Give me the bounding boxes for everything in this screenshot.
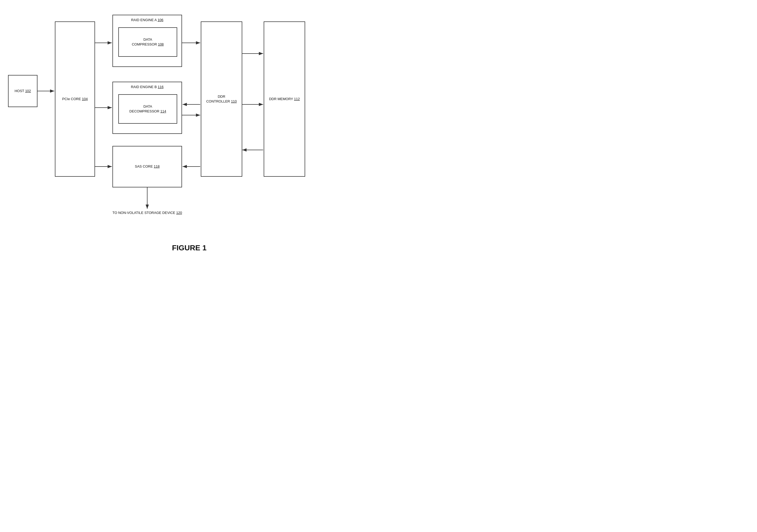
data-compressor-label: DATACOMPRESSOR 108 xyxy=(132,37,164,47)
pcie-core-box: PCIe CORE 104 xyxy=(55,21,95,177)
raid-engine-b-label: RAID ENGINE B 116 xyxy=(131,85,164,89)
ddr-memory-label: DDR MEMORY 112 xyxy=(269,97,300,102)
raid-engine-b-box: RAID ENGINE B 116 DATADECOMPRESSOR 114 xyxy=(112,82,182,134)
data-decompressor-box: DATADECOMPRESSOR 114 xyxy=(118,94,177,124)
raid-engine-a-label: RAID ENGINE A 106 xyxy=(131,18,164,22)
ddr-controller-label: DDRCONTROLLER 110 xyxy=(206,94,237,104)
sas-core-box: SAS CORE 118 xyxy=(112,146,182,187)
raid-engine-a-box: RAID ENGINE A 106 DATACOMPRESSOR 108 xyxy=(112,15,182,67)
diagram: HOST 102 PCIe CORE 104 RAID ENGINE A 106… xyxy=(0,0,378,241)
host-box: HOST 102 xyxy=(8,75,38,107)
data-decompressor-label: DATADECOMPRESSOR 114 xyxy=(129,104,166,114)
pcie-core-label: PCIe CORE 104 xyxy=(62,97,87,102)
figure-title: FIGURE 1 xyxy=(0,244,378,252)
sas-core-label: SAS CORE 118 xyxy=(135,164,160,169)
ddr-memory-box: DDR MEMORY 112 xyxy=(264,21,305,177)
data-compressor-box: DATACOMPRESSOR 108 xyxy=(118,27,177,57)
host-label: HOST 102 xyxy=(15,89,31,93)
storage-label: TO NON-VOLATILE STORAGE DEVICE 120 xyxy=(86,210,209,215)
ddr-controller-box: DDRCONTROLLER 110 xyxy=(201,21,242,177)
